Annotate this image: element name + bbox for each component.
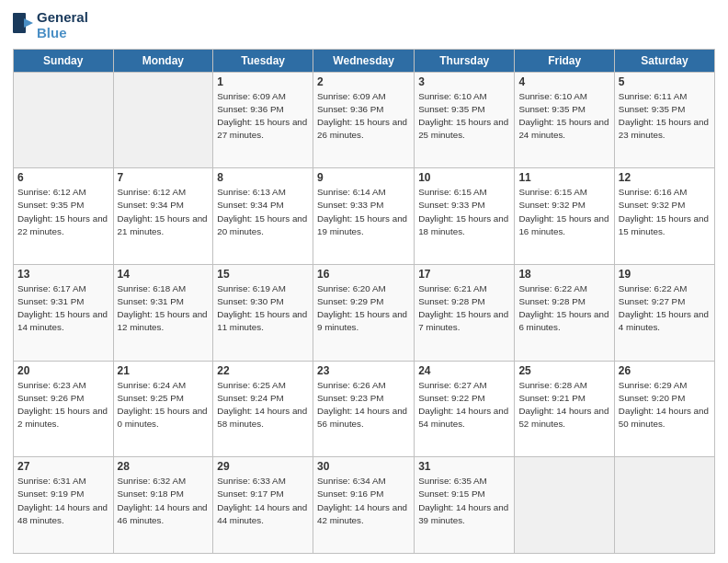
- calendar-header-saturday: Saturday: [614, 49, 714, 72]
- calendar-week-row: 6Sunrise: 6:12 AM Sunset: 9:35 PM Daylig…: [14, 168, 715, 265]
- day-info: Sunrise: 6:10 AM Sunset: 9:35 PM Dayligh…: [418, 90, 510, 143]
- day-number: 29: [217, 460, 309, 473]
- day-number: 26: [619, 364, 711, 377]
- day-number: 30: [317, 460, 410, 473]
- calendar-cell: 17Sunrise: 6:21 AM Sunset: 9:28 PM Dayli…: [415, 264, 515, 361]
- calendar-cell: 10Sunrise: 6:15 AM Sunset: 9:33 PM Dayli…: [415, 168, 515, 265]
- calendar-cell: 21Sunrise: 6:24 AM Sunset: 9:25 PM Dayli…: [113, 361, 213, 457]
- day-info: Sunrise: 6:10 AM Sunset: 9:35 PM Dayligh…: [518, 90, 609, 143]
- calendar-cell: 29Sunrise: 6:33 AM Sunset: 9:17 PM Dayli…: [213, 457, 313, 554]
- calendar-cell: [515, 457, 614, 554]
- day-info: Sunrise: 6:17 AM Sunset: 9:31 PM Dayligh…: [17, 282, 109, 335]
- calendar-cell: 4Sunrise: 6:10 AM Sunset: 9:35 PM Daylig…: [515, 72, 614, 168]
- day-info: Sunrise: 6:25 AM Sunset: 9:24 PM Dayligh…: [217, 379, 309, 431]
- day-number: 24: [418, 364, 510, 377]
- day-number: 1: [217, 75, 309, 88]
- day-number: 2: [317, 75, 410, 88]
- calendar-cell: 19Sunrise: 6:22 AM Sunset: 9:27 PM Dayli…: [614, 264, 714, 361]
- calendar-week-row: 1Sunrise: 6:09 AM Sunset: 9:36 PM Daylig…: [14, 72, 715, 168]
- day-info: Sunrise: 6:09 AM Sunset: 9:36 PM Dayligh…: [317, 90, 410, 143]
- day-number: 7: [118, 171, 210, 184]
- day-info: Sunrise: 6:16 AM Sunset: 9:32 PM Dayligh…: [619, 186, 711, 238]
- day-info: Sunrise: 6:24 AM Sunset: 9:25 PM Dayligh…: [118, 379, 210, 431]
- day-number: 21: [118, 364, 210, 377]
- day-number: 3: [418, 75, 510, 88]
- day-info: Sunrise: 6:11 AM Sunset: 9:35 PM Dayligh…: [619, 90, 711, 143]
- calendar-cell: 11Sunrise: 6:15 AM Sunset: 9:32 PM Dayli…: [515, 168, 614, 265]
- calendar-cell: 13Sunrise: 6:17 AM Sunset: 9:31 PM Dayli…: [14, 264, 114, 361]
- day-number: 5: [619, 75, 711, 88]
- day-info: Sunrise: 6:15 AM Sunset: 9:32 PM Dayligh…: [518, 186, 609, 238]
- calendar-cell: 7Sunrise: 6:12 AM Sunset: 9:34 PM Daylig…: [113, 168, 213, 265]
- logo: General Blue: [13, 9, 88, 41]
- day-number: 16: [317, 268, 410, 281]
- calendar-cell: 6Sunrise: 6:12 AM Sunset: 9:35 PM Daylig…: [14, 168, 114, 265]
- calendar-cell: 8Sunrise: 6:13 AM Sunset: 9:34 PM Daylig…: [213, 168, 313, 265]
- header: General Blue: [13, 9, 715, 41]
- calendar-header-monday: Monday: [113, 49, 213, 72]
- calendar-cell: 27Sunrise: 6:31 AM Sunset: 9:19 PM Dayli…: [14, 457, 114, 554]
- calendar-cell: 15Sunrise: 6:19 AM Sunset: 9:30 PM Dayli…: [213, 264, 313, 361]
- day-info: Sunrise: 6:22 AM Sunset: 9:28 PM Dayligh…: [518, 282, 609, 335]
- day-info: Sunrise: 6:27 AM Sunset: 9:22 PM Dayligh…: [418, 379, 510, 431]
- day-number: 14: [118, 268, 210, 281]
- day-info: Sunrise: 6:13 AM Sunset: 9:34 PM Dayligh…: [217, 186, 309, 238]
- calendar-table: SundayMondayTuesdayWednesdayThursdayFrid…: [13, 49, 715, 555]
- calendar-cell: 9Sunrise: 6:14 AM Sunset: 9:33 PM Daylig…: [313, 168, 415, 265]
- calendar-cell: 24Sunrise: 6:27 AM Sunset: 9:22 PM Dayli…: [415, 361, 515, 457]
- calendar-cell: 30Sunrise: 6:34 AM Sunset: 9:16 PM Dayli…: [313, 457, 415, 554]
- day-info: Sunrise: 6:23 AM Sunset: 9:26 PM Dayligh…: [17, 379, 109, 431]
- calendar-cell: 22Sunrise: 6:25 AM Sunset: 9:24 PM Dayli…: [213, 361, 313, 457]
- logo-blue: Blue: [37, 25, 88, 40]
- day-number: 17: [418, 268, 510, 281]
- calendar-cell: 31Sunrise: 6:35 AM Sunset: 9:15 PM Dayli…: [415, 457, 515, 554]
- day-number: 6: [17, 171, 109, 184]
- day-number: 10: [418, 171, 510, 184]
- calendar-cell: [614, 457, 714, 554]
- day-info: Sunrise: 6:19 AM Sunset: 9:30 PM Dayligh…: [217, 282, 309, 335]
- day-number: 15: [217, 268, 309, 281]
- svg-rect-0: [13, 13, 26, 33]
- logo-icon: [13, 13, 33, 37]
- logo-general: General: [37, 9, 88, 25]
- day-number: 11: [518, 171, 609, 184]
- logo-text: General Blue: [37, 9, 88, 41]
- day-number: 20: [17, 364, 109, 377]
- day-info: Sunrise: 6:09 AM Sunset: 9:36 PM Dayligh…: [217, 90, 309, 143]
- day-info: Sunrise: 6:35 AM Sunset: 9:15 PM Dayligh…: [418, 475, 510, 527]
- calendar-cell: [113, 72, 213, 168]
- day-info: Sunrise: 6:22 AM Sunset: 9:27 PM Dayligh…: [619, 282, 711, 335]
- calendar-cell: 18Sunrise: 6:22 AM Sunset: 9:28 PM Dayli…: [515, 264, 614, 361]
- day-number: 8: [217, 171, 309, 184]
- calendar-cell: 1Sunrise: 6:09 AM Sunset: 9:36 PM Daylig…: [213, 72, 313, 168]
- day-info: Sunrise: 6:28 AM Sunset: 9:21 PM Dayligh…: [518, 379, 609, 431]
- day-info: Sunrise: 6:14 AM Sunset: 9:33 PM Dayligh…: [317, 186, 410, 238]
- day-info: Sunrise: 6:15 AM Sunset: 9:33 PM Dayligh…: [418, 186, 510, 238]
- day-info: Sunrise: 6:21 AM Sunset: 9:28 PM Dayligh…: [418, 282, 510, 335]
- logo-container: General Blue: [13, 9, 88, 41]
- day-info: Sunrise: 6:32 AM Sunset: 9:18 PM Dayligh…: [118, 475, 210, 527]
- day-info: Sunrise: 6:12 AM Sunset: 9:34 PM Dayligh…: [118, 186, 210, 238]
- svg-marker-1: [24, 18, 33, 28]
- page: General Blue SundayMondayTuesdayWednesda…: [0, 0, 728, 563]
- calendar-week-row: 27Sunrise: 6:31 AM Sunset: 9:19 PM Dayli…: [14, 457, 715, 554]
- calendar-header-row: SundayMondayTuesdayWednesdayThursdayFrid…: [14, 49, 715, 72]
- day-info: Sunrise: 6:20 AM Sunset: 9:29 PM Dayligh…: [317, 282, 410, 335]
- day-number: 13: [17, 268, 109, 281]
- day-info: Sunrise: 6:12 AM Sunset: 9:35 PM Dayligh…: [17, 186, 109, 238]
- day-number: 23: [317, 364, 410, 377]
- calendar-cell: [14, 72, 114, 168]
- calendar-cell: 16Sunrise: 6:20 AM Sunset: 9:29 PM Dayli…: [313, 264, 415, 361]
- calendar-header-thursday: Thursday: [415, 49, 515, 72]
- day-info: Sunrise: 6:18 AM Sunset: 9:31 PM Dayligh…: [118, 282, 210, 335]
- day-number: 22: [217, 364, 309, 377]
- calendar-cell: 26Sunrise: 6:29 AM Sunset: 9:20 PM Dayli…: [614, 361, 714, 457]
- calendar-cell: 14Sunrise: 6:18 AM Sunset: 9:31 PM Dayli…: [113, 264, 213, 361]
- calendar-cell: 25Sunrise: 6:28 AM Sunset: 9:21 PM Dayli…: [515, 361, 614, 457]
- day-number: 4: [518, 75, 609, 88]
- day-info: Sunrise: 6:26 AM Sunset: 9:23 PM Dayligh…: [317, 379, 410, 431]
- day-number: 27: [17, 460, 109, 473]
- day-number: 19: [619, 268, 711, 281]
- day-number: 18: [518, 268, 609, 281]
- calendar-header-friday: Friday: [515, 49, 614, 72]
